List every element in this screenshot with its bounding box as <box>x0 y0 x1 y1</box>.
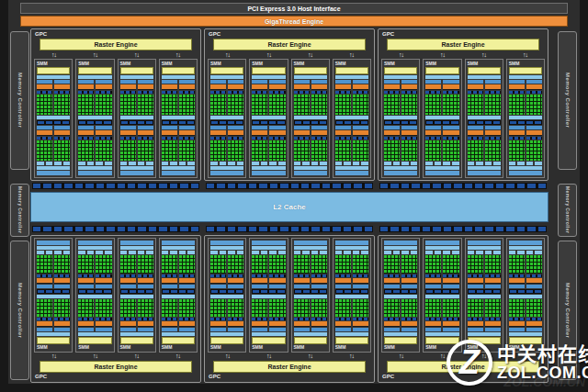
watermark: Z 中关村在线 ZOL.COM.CN <box>447 340 588 386</box>
smm-processing-column <box>228 126 243 161</box>
raster-engine-bar: Raster Engine <box>40 361 192 373</box>
smm-processing-column <box>485 299 501 332</box>
smm-processing-column <box>179 126 195 161</box>
instruction-buffer-bar <box>509 328 525 331</box>
smm-processing-column <box>401 255 417 288</box>
instruction-buffer-bar <box>401 80 417 84</box>
smm-unit: SMM <box>159 59 198 178</box>
texture-cache-bar <box>78 171 111 175</box>
smm-unit: SMM <box>333 238 371 353</box>
dispatch-units-bar <box>509 137 525 140</box>
dispatch-units-bar <box>443 318 458 320</box>
cuda-core-grid <box>526 140 542 161</box>
cuda-core-grid <box>210 255 226 274</box>
cuda-core-grid <box>485 255 501 274</box>
dispatch-units-bar <box>120 274 136 277</box>
instruction-buffer-bar <box>269 80 285 84</box>
raster-smm-arrows: ↑↓↑↓↑↓↑↓ <box>33 353 198 360</box>
smm-processing-column <box>37 255 52 288</box>
smm-unit: SMM <box>75 238 114 353</box>
cuda-core-grid <box>384 140 400 161</box>
smm-label: SMM <box>425 62 458 66</box>
load-store-units-row <box>335 162 368 165</box>
cuda-core-grid <box>138 95 153 115</box>
texture-units-row <box>384 120 417 125</box>
warp-scheduler-bar <box>96 84 111 90</box>
smm-unit: SMM <box>208 238 246 353</box>
polymorph-engine-bar <box>335 337 368 344</box>
warp-scheduler-bar <box>228 84 243 90</box>
instruction-buffer-bar <box>384 126 400 129</box>
instruction-buffer-bar <box>425 328 441 331</box>
smm-processing-column <box>311 126 327 161</box>
memory-controller-right-2: Memory Controller <box>558 184 577 237</box>
smm-processing-column <box>162 80 177 115</box>
dispatch-units-bar <box>210 137 226 140</box>
dispatch-units-bar <box>37 318 52 320</box>
instruction-cache-bar <box>335 75 368 79</box>
texture-l1-cache-bar <box>509 295 542 298</box>
dispatch-units-bar <box>210 274 226 277</box>
warp-scheduler-bar <box>425 321 441 327</box>
smm-lower-block <box>37 255 70 288</box>
load-store-units-row <box>468 162 501 165</box>
smm-processing-column <box>78 299 94 332</box>
cuda-core-grid <box>120 95 136 115</box>
dispatch-units-bar <box>120 318 136 320</box>
polymorph-engine-bar <box>294 67 327 74</box>
smm-row: SMMSMMSMMSMM <box>33 238 198 353</box>
instruction-cache-bar <box>252 75 285 79</box>
dispatch-units-bar <box>353 274 368 277</box>
smm-unit: SMM <box>381 238 420 353</box>
warp-scheduler-bar <box>401 278 417 284</box>
smm-unit: SMM <box>208 59 246 178</box>
up-down-arrows-icon: ↑↓ <box>207 51 248 59</box>
dispatch-units-bar <box>509 91 525 94</box>
polymorph-engine-bar <box>252 67 285 74</box>
load-store-units-row <box>37 251 70 254</box>
warp-scheduler-bar <box>335 84 351 90</box>
smm-row: SMMSMMSMMSMM <box>380 238 546 353</box>
cuda-core-grid <box>138 140 153 161</box>
smm-unit: SMM <box>75 59 114 178</box>
warp-scheduler-bar <box>162 321 177 327</box>
cuda-core-grid <box>37 255 52 274</box>
instruction-buffer-bar <box>162 126 177 129</box>
warp-scheduler-bar <box>425 130 441 136</box>
dispatch-units-bar <box>252 137 267 140</box>
texture-units-row <box>120 289 153 294</box>
smm-processing-column <box>468 255 483 288</box>
texture-l1-cache-bar <box>335 295 368 298</box>
cuda-core-grid <box>162 95 177 115</box>
memory-controller-label: Memory Controller <box>565 73 571 128</box>
up-down-arrows-icon: ↑↓ <box>463 51 504 59</box>
load-store-units-row <box>509 251 542 254</box>
dispatch-units-bar <box>425 137 441 140</box>
cuda-core-grid <box>252 299 267 318</box>
dispatch-units-bar <box>384 274 400 277</box>
smm-processing-column <box>269 126 285 161</box>
dispatch-units-bar <box>210 91 226 94</box>
warp-scheduler-bar <box>384 321 400 327</box>
smm-processing-column <box>120 126 136 161</box>
dispatch-units-bar <box>443 274 458 277</box>
smm-processing-column <box>311 299 327 332</box>
texture-cache-bar <box>425 241 458 245</box>
smm-processing-column <box>335 126 351 161</box>
texture-l1-cache-bar <box>294 295 327 298</box>
cuda-core-grid <box>37 95 52 115</box>
warp-scheduler-bar <box>335 321 351 327</box>
dispatch-units-bar <box>526 137 542 140</box>
warp-scheduler-bar <box>252 321 267 327</box>
warp-scheduler-bar <box>162 130 177 136</box>
smm-upper-block <box>509 299 542 332</box>
warp-scheduler-bar <box>485 130 501 136</box>
dispatch-units-bar <box>252 318 267 320</box>
instruction-buffer-bar <box>96 80 111 84</box>
smm-processing-column <box>210 126 226 161</box>
smm-unit: SMM <box>249 59 288 178</box>
texture-cache-bar <box>210 241 243 245</box>
cuda-core-grid <box>384 255 400 274</box>
polymorph-engine-bar <box>37 337 70 344</box>
warp-scheduler-bar <box>162 278 177 284</box>
